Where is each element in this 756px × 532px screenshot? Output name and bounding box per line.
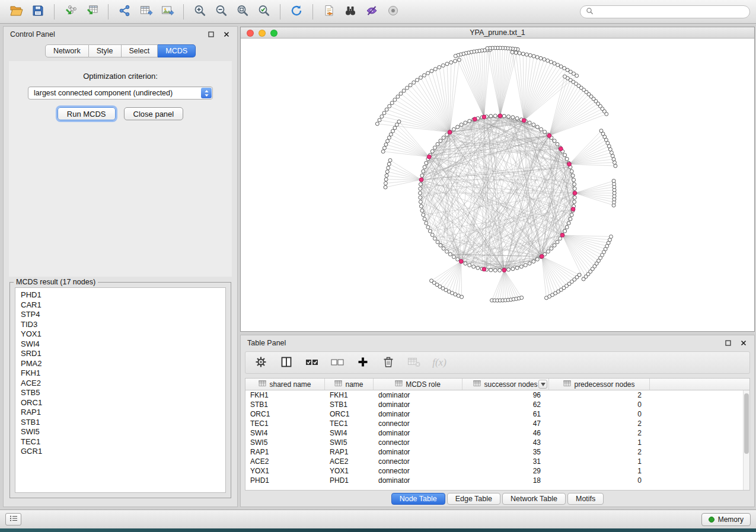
tab-node-table[interactable]: Node Table bbox=[391, 493, 445, 505]
zoom-fit-button[interactable] bbox=[232, 3, 253, 21]
table-settings-icon bbox=[254, 355, 267, 370]
window-close-button[interactable] bbox=[247, 30, 254, 37]
memory-label: Memory bbox=[718, 515, 744, 524]
select-all-button[interactable] bbox=[304, 355, 320, 370]
search-input[interactable] bbox=[597, 8, 744, 16]
mcds-result-item[interactable]: SRD1 bbox=[21, 349, 220, 359]
table-scrollbar[interactable] bbox=[743, 390, 749, 490]
column-header-predecessor-nodes[interactable]: predecessor nodes bbox=[549, 379, 650, 390]
mcds-result-item[interactable]: PHD1 bbox=[21, 290, 220, 300]
select-all-icon bbox=[305, 355, 319, 370]
network-canvas[interactable] bbox=[241, 39, 754, 331]
sort-combo-icon[interactable] bbox=[538, 380, 547, 389]
mcds-result-item[interactable]: SWI4 bbox=[21, 339, 220, 350]
table-settings-button[interactable] bbox=[253, 355, 269, 370]
mcds-result-item[interactable]: TEC1 bbox=[21, 437, 220, 447]
export-network-button[interactable] bbox=[114, 3, 135, 21]
deselect-all-icon bbox=[330, 355, 344, 370]
table-row[interactable]: FKH1FKH1dominator962 bbox=[245, 390, 743, 400]
cytoscape-app: Control Panel NetworkStyleSelectMCDS Opt… bbox=[0, 0, 756, 532]
mcds-result-item[interactable]: STB1 bbox=[21, 418, 220, 428]
mcds-result-item[interactable]: GCR1 bbox=[21, 447, 220, 457]
tab-network-table[interactable]: Network Table bbox=[502, 493, 566, 505]
panel-menu-button[interactable] bbox=[5, 513, 21, 525]
tab-style[interactable]: Style bbox=[89, 44, 122, 57]
table-row[interactable]: PHD1PHD1dominator180 bbox=[245, 476, 743, 485]
tab-select[interactable]: Select bbox=[122, 44, 158, 57]
cell-name: SWI4 bbox=[325, 428, 374, 438]
column-header-name[interactable]: name bbox=[325, 379, 374, 390]
delete-row-icon bbox=[382, 355, 395, 370]
window-maximize-button[interactable] bbox=[270, 30, 277, 37]
table-row[interactable]: STB1STB1dominator620 bbox=[245, 400, 743, 409]
network-window-titlebar: YPA_prune.txt_1 bbox=[241, 27, 754, 39]
run-mcds-button[interactable]: Run MCDS bbox=[58, 107, 116, 120]
import-network-button[interactable] bbox=[60, 3, 81, 21]
mcds-result-item[interactable]: PMA2 bbox=[21, 359, 220, 369]
column-header-shared-name[interactable]: shared name bbox=[245, 379, 325, 390]
column-header-mcds-role[interactable]: MCDS role bbox=[374, 379, 462, 390]
open-file-button[interactable] bbox=[6, 3, 27, 21]
show-graphics-button[interactable] bbox=[382, 3, 404, 21]
import-table-button[interactable] bbox=[81, 3, 103, 21]
memory-button[interactable]: Memory bbox=[701, 513, 751, 526]
table-row[interactable]: ORC1ORC1dominator610 bbox=[245, 409, 743, 419]
zoom-in-button[interactable] bbox=[189, 3, 210, 21]
table-row[interactable]: RAP1RAP1dominator352 bbox=[245, 447, 743, 457]
mcds-result-item[interactable]: FKH1 bbox=[21, 368, 220, 379]
control-panel-float-button[interactable] bbox=[207, 30, 215, 39]
tab-edge-table[interactable]: Edge Table bbox=[447, 493, 500, 505]
table-row[interactable]: SWI5SWI5connector431 bbox=[245, 438, 743, 447]
import-network-icon bbox=[64, 4, 78, 19]
mcds-result-item[interactable]: RAP1 bbox=[21, 408, 220, 418]
table-row[interactable]: YOX1YOX1connector291 bbox=[245, 466, 743, 476]
mcds-result-item[interactable]: CAR1 bbox=[21, 300, 220, 310]
zoom-out-button[interactable] bbox=[210, 3, 232, 21]
delete-row-button[interactable] bbox=[381, 355, 396, 370]
table-panel-close-button[interactable] bbox=[739, 339, 748, 347]
function-builder-button: f(x) bbox=[432, 355, 447, 370]
tab-network[interactable]: Network bbox=[45, 44, 89, 57]
search-icon bbox=[586, 7, 594, 17]
criterion-value: largest connected component (undirected) bbox=[34, 89, 173, 97]
column-label: predecessor nodes bbox=[574, 380, 634, 389]
table-row[interactable]: SWI4SWI4dominator462 bbox=[245, 428, 743, 438]
export-table-button[interactable] bbox=[135, 3, 157, 21]
cell-predecessor-nodes: 1 bbox=[549, 466, 650, 476]
window-minimize-button[interactable] bbox=[259, 30, 266, 37]
zoom-selected-icon bbox=[257, 4, 270, 19]
mcds-result-item[interactable]: TID3 bbox=[21, 320, 220, 330]
cell-successor-nodes: 96 bbox=[462, 390, 549, 400]
mcds-result-item[interactable]: ORC1 bbox=[21, 398, 220, 408]
table-panel-float-button[interactable] bbox=[724, 339, 732, 347]
tab-mcds[interactable]: MCDS bbox=[158, 44, 196, 57]
zoom-selected-button[interactable] bbox=[253, 3, 275, 21]
binoculars-button[interactable] bbox=[340, 3, 361, 21]
mcds-result-item[interactable]: YOX1 bbox=[21, 329, 220, 339]
table-row[interactable]: TEC1TEC1connector472 bbox=[245, 419, 743, 428]
search-box[interactable] bbox=[580, 5, 750, 18]
mcds-result-item[interactable]: STB5 bbox=[21, 388, 220, 398]
control-panel-close-button[interactable] bbox=[222, 30, 231, 39]
export-image-button[interactable] bbox=[157, 3, 178, 21]
criterion-label: Optimization criterion: bbox=[9, 72, 232, 81]
scrollbar-thumb[interactable] bbox=[744, 393, 749, 454]
add-row-button[interactable] bbox=[355, 355, 371, 370]
share-document-button[interactable] bbox=[318, 3, 340, 21]
criterion-select[interactable]: largest connected component (undirected) bbox=[28, 86, 213, 100]
tab-motifs[interactable]: Motifs bbox=[567, 493, 604, 505]
split-column-button[interactable] bbox=[279, 355, 294, 370]
mcds-result-item[interactable]: STP4 bbox=[21, 310, 220, 320]
deselect-all-button[interactable] bbox=[330, 355, 345, 370]
save-session-button[interactable] bbox=[27, 3, 49, 21]
refresh-layout-button[interactable] bbox=[286, 3, 307, 21]
hide-graphics-button[interactable] bbox=[361, 3, 382, 21]
cell-shared-name: ORC1 bbox=[245, 409, 325, 419]
mcds-result-list[interactable]: PHD1CAR1STP4TID3YOX1SWI4SRD1PMA2FKH1ACE2… bbox=[15, 287, 226, 493]
mcds-result-item[interactable]: ACE2 bbox=[21, 379, 220, 389]
table-row[interactable]: ACE2ACE2connector311 bbox=[245, 457, 743, 466]
column-label: shared name bbox=[269, 380, 311, 389]
mcds-result-item[interactable]: SWI5 bbox=[21, 427, 220, 437]
column-header-successor-nodes[interactable]: successor nodes bbox=[462, 379, 549, 390]
close-panel-button[interactable]: Close panel bbox=[124, 107, 184, 120]
